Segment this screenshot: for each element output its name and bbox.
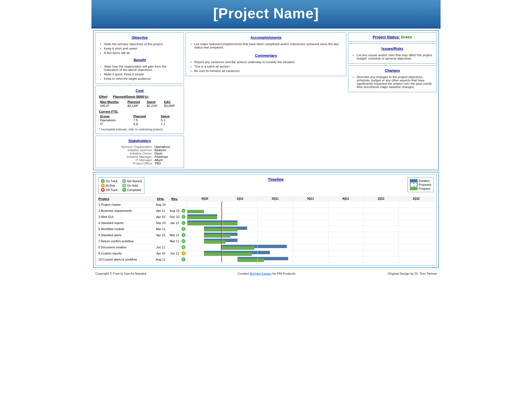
fte-col-group: Group (99, 114, 132, 118)
accomplishments-list: List major tasks/accomplishments that ha… (189, 42, 343, 50)
footer-link[interactable]: Michael Kaplan (250, 272, 272, 275)
project-rev: Mar 11 (168, 240, 181, 243)
gantt-bars (187, 256, 434, 262)
gantt-bars (187, 238, 434, 244)
gantt-bars (187, 220, 434, 226)
status-circle: G (181, 239, 187, 243)
project-orig: Aug 10 (154, 203, 168, 206)
project-status-panel: Project Status: Green (348, 32, 437, 42)
status-circle: C (181, 221, 187, 225)
middle-column: Accomplishments List major tasks/accompl… (186, 32, 346, 168)
list-item: This is a catch all section (190, 64, 343, 69)
legend-item: CCompleted (122, 188, 142, 192)
cost-panel: Cost Effort Planned/Spent ($000's): Man … (95, 86, 184, 134)
project-orig: Jun 11 (154, 246, 168, 249)
table-row: Initiative Owner:Davis (99, 152, 180, 155)
effort-label: Effort (99, 95, 108, 98)
cell-spent: $2,210* (145, 104, 163, 108)
commentary-title: Commentary (189, 53, 343, 58)
table-row: IT 6.8 7.1 (99, 122, 180, 126)
timeline-title-container: Timeline (147, 177, 405, 183)
list-item: Be sure to mention all variances (190, 69, 343, 73)
project-orig: Mar 11 (154, 227, 168, 231)
changes-title: Changes (352, 68, 433, 73)
list-item: Keep in mind the target audience (100, 76, 180, 81)
cell-ops-spent: 5.1 (160, 118, 180, 122)
table-row: Sponsor Organization:Operations (99, 145, 180, 148)
cell-it-planned: 6.8 (132, 122, 160, 126)
timeline-panel: GOn TrackAAt RiskROff Track NNot Started… (95, 174, 437, 266)
legend-item: AAt Risk (101, 184, 118, 187)
gantt-row: 1.Project charter Aug 10 (98, 202, 434, 208)
legend-item: NNot Started (122, 179, 142, 183)
status-circle: G (181, 245, 187, 249)
legend-item: GOn Track (101, 179, 118, 183)
fte-col-spent: Spent (160, 114, 180, 118)
project-rev: Jan 12 (168, 221, 181, 225)
gantt-row: 3.Web GUI Apr 10 Dec 10 C (98, 214, 434, 220)
planned-spent-label: Planned/Spent ($000's): (113, 95, 149, 98)
cell-it-spent: 7.1 (160, 122, 180, 126)
project-orig: Apr 10 (154, 252, 168, 255)
footer-copyright: Copyright © Free to Use As Needed (95, 272, 146, 275)
project-name: 9.Custom reports (98, 252, 154, 255)
left-column: Objective State the primary objectives o… (95, 32, 184, 168)
status-circle: G (181, 227, 187, 231)
project-rev: Dec 10 (168, 215, 181, 218)
project-name: 7.Return confirm workflow (98, 240, 154, 243)
benefit-list: State how the organization will gain fro… (99, 64, 180, 81)
project-name: 8.Document creation (98, 246, 154, 249)
legend-title-row: GOn TrackAAt RiskROff Track NNot Started… (98, 177, 434, 194)
col-spent: Spent (145, 100, 163, 104)
gantt-row: 2.Business requirements Apr 11 Aug 10 C (98, 208, 434, 214)
gantt-bars (187, 232, 434, 238)
table-row: IT Manager:Albert (99, 158, 180, 162)
project-rev: Jun 11 (168, 252, 181, 255)
col-planned: Planned (126, 100, 145, 104)
fte-col-planned: Planned (132, 114, 160, 118)
project-name: 1.Project charter (98, 203, 154, 206)
cell-group-it: IT (99, 122, 132, 126)
list-item: Report any variances and the actions und… (190, 60, 343, 64)
list-item: State the primary objectives of the proj… (100, 42, 180, 46)
cell-ops-planned: 7.5 (132, 118, 160, 122)
benefit-title: Benefit (99, 58, 180, 62)
gantt-row: 4.Standard reports Sep 10 Jan 12 C (98, 220, 434, 226)
table-row: 166.0* $3,149* $2,210* $3,509* (99, 104, 180, 108)
project-orig: Apr 11 (154, 209, 168, 212)
cell-manmonths: 166.0* (99, 104, 126, 108)
gantt-row: 8.Document creation Jun 11 G (98, 244, 434, 250)
legend-item: Progress (410, 187, 431, 190)
gantt-row: 7.Return confirm workflow Mar 11 G (98, 238, 434, 244)
gantt-row: 9.Custom reports Apr 10 Jun 11 A (98, 250, 434, 256)
right-column: Project Status: Green Issues/Risks List … (348, 32, 437, 168)
status-circle: A (181, 251, 187, 255)
commentary-list: Report any variances and the actions und… (189, 60, 343, 73)
legend-status-left: GOn TrackAAt RiskROff Track NNot Started… (98, 177, 144, 194)
legend-item: HOn Hold (122, 184, 142, 187)
cell-group-ops: Operations (99, 118, 132, 122)
project-rev: Mar 11 (168, 233, 181, 237)
status-circle: G (181, 258, 187, 261)
objective-list: State the primary objectives of the proj… (99, 42, 180, 55)
gantt-bars (187, 214, 434, 220)
timeline-title: Timeline (147, 177, 405, 182)
list-item: List key issues and/or risks that may af… (353, 53, 433, 61)
project-status-label: Project Status: (373, 35, 400, 39)
main-grid: Objective State the primary objectives o… (93, 30, 439, 170)
stakeholders-title: Stakeholders (99, 139, 180, 143)
status-circle: C (181, 209, 187, 213)
objective-title: Objective (99, 35, 180, 40)
list-item: Describe any changes to the project obje… (353, 75, 433, 89)
gantt-row: 10.Custom alerts & workflow Aug 11 G (98, 256, 434, 262)
gantt-row: 6.Standard alerts Apr 10 Mar 11 G (98, 232, 434, 238)
stakeholders-table: Sponsor Organization:OperationsInitiativ… (99, 145, 180, 165)
objective-panel: Objective State the primary objectives o… (95, 32, 184, 84)
legend-item: Duration (410, 179, 431, 182)
legend-item: ROff Track (101, 188, 118, 192)
list-item: List major tasks/accomplishments that ha… (190, 42, 343, 50)
footer-contact: Contact Michael Kaplan for PM Products. (238, 272, 296, 275)
accomplishments-panel: Accomplishments List major tasks/accompl… (186, 32, 346, 76)
project-orig: Aug 11 (154, 258, 168, 261)
project-orig: Sep 10 (154, 221, 168, 225)
